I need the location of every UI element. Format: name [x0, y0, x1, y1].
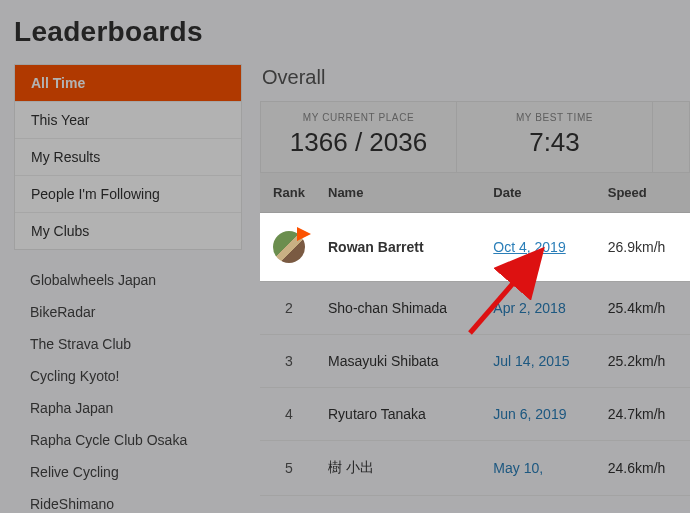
table-row[interactable]: 3Masayuki ShibataJul 14, 201525.2km/h	[260, 335, 690, 388]
sidebar-club-item[interactable]: Globalwheels Japan	[14, 264, 242, 296]
main: Overall MY CURRENT PLACE 1366 / 2036 MY …	[260, 64, 690, 496]
table-row[interactable]: 4Ryutaro TanakaJun 6, 201924.7km/h	[260, 388, 690, 441]
chevron-icon	[297, 227, 311, 241]
cell-rank: 5	[260, 441, 318, 496]
col-rank[interactable]: Rank	[260, 173, 318, 213]
stat-current-place: MY CURRENT PLACE 1366 / 2036	[261, 102, 457, 172]
sidebar-club-item[interactable]: Rapha Japan	[14, 392, 242, 424]
date-link[interactable]: Jun 6, 2019	[493, 406, 566, 422]
cell-speed: 26.9km/h	[598, 213, 690, 282]
page-title: Leaderboards	[14, 16, 690, 48]
col-name[interactable]: Name	[318, 173, 483, 213]
cell-rank: 4	[260, 388, 318, 441]
stat-label: MY CURRENT PLACE	[269, 112, 448, 123]
date-link[interactable]: Jul 14, 2015	[493, 353, 569, 369]
sidebar-club-item[interactable]: BikeRadar	[14, 296, 242, 328]
stat-value: A	[661, 127, 690, 158]
sidebar-item-all-time[interactable]: All Time	[15, 65, 241, 102]
col-date[interactable]: Date	[483, 173, 597, 213]
sidebar: All TimeThis YearMy ResultsPeople I'm Fo…	[14, 64, 242, 513]
cell-speed: 24.7km/h	[598, 388, 690, 441]
sidebar-club-item[interactable]: RideShimano	[14, 488, 242, 513]
cell-date: May 10,	[483, 441, 597, 496]
cell-rank: 3	[260, 335, 318, 388]
stat-value: 7:43	[465, 127, 644, 158]
date-link[interactable]: Oct 4, 2019	[493, 239, 565, 255]
date-link[interactable]: Apr 2, 2018	[493, 300, 565, 316]
stat-third: A	[653, 102, 690, 172]
sidebar-item-my-clubs[interactable]: My Clubs	[15, 213, 241, 249]
stat-value: 1366 / 2036	[269, 127, 448, 158]
avatar	[273, 231, 305, 263]
sidebar-scoped-group: All TimeThis YearMy ResultsPeople I'm Fo…	[14, 64, 242, 250]
cell-speed: 25.4km/h	[598, 282, 690, 335]
stats-bar: MY CURRENT PLACE 1366 / 2036 MY BEST TIM…	[260, 101, 690, 173]
cell-name: Rowan Barrett	[318, 213, 483, 282]
cell-date: Oct 4, 2019	[483, 213, 597, 282]
stat-label: MY BEST TIME	[465, 112, 644, 123]
cell-speed: 25.2km/h	[598, 335, 690, 388]
sidebar-item-this-year[interactable]: This Year	[15, 102, 241, 139]
sidebar-club-item[interactable]: The Strava Club	[14, 328, 242, 360]
stat-best-time: MY BEST TIME 7:43	[457, 102, 653, 172]
sidebar-item-people-i-m-following[interactable]: People I'm Following	[15, 176, 241, 213]
cell-rank: 2	[260, 282, 318, 335]
cell-rank	[260, 213, 318, 282]
sidebar-club-item[interactable]: Relive Cycling	[14, 456, 242, 488]
sidebar-club-item[interactable]: Rapha Cycle Club Osaka	[14, 424, 242, 456]
table-row[interactable]: 2Sho-chan ShimadaApr 2, 201825.4km/h	[260, 282, 690, 335]
leaderboard-table: Rank Name Date Speed Rowan BarrettOct 4,…	[260, 173, 690, 496]
cell-name: 樹 小出	[318, 441, 483, 496]
stat-label	[661, 112, 690, 123]
cell-speed: 24.6km/h	[598, 441, 690, 496]
cell-name: Ryutaro Tanaka	[318, 388, 483, 441]
section-title: Overall	[262, 66, 690, 89]
date-link[interactable]: May 10,	[493, 460, 543, 476]
sidebar-club-item[interactable]: Cycling Kyoto!	[14, 360, 242, 392]
cell-date: Jul 14, 2015	[483, 335, 597, 388]
cell-name: Sho-chan Shimada	[318, 282, 483, 335]
sidebar-item-my-results[interactable]: My Results	[15, 139, 241, 176]
cell-name: Masayuki Shibata	[318, 335, 483, 388]
cell-date: Jun 6, 2019	[483, 388, 597, 441]
table-row[interactable]: Rowan BarrettOct 4, 201926.9km/h	[260, 213, 690, 282]
table-header-row: Rank Name Date Speed	[260, 173, 690, 213]
col-speed[interactable]: Speed	[598, 173, 690, 213]
sidebar-clubs-group: Globalwheels JapanBikeRadarThe Strava Cl…	[14, 264, 242, 513]
table-row[interactable]: 5樹 小出May 10,24.6km/h	[260, 441, 690, 496]
cell-date: Apr 2, 2018	[483, 282, 597, 335]
